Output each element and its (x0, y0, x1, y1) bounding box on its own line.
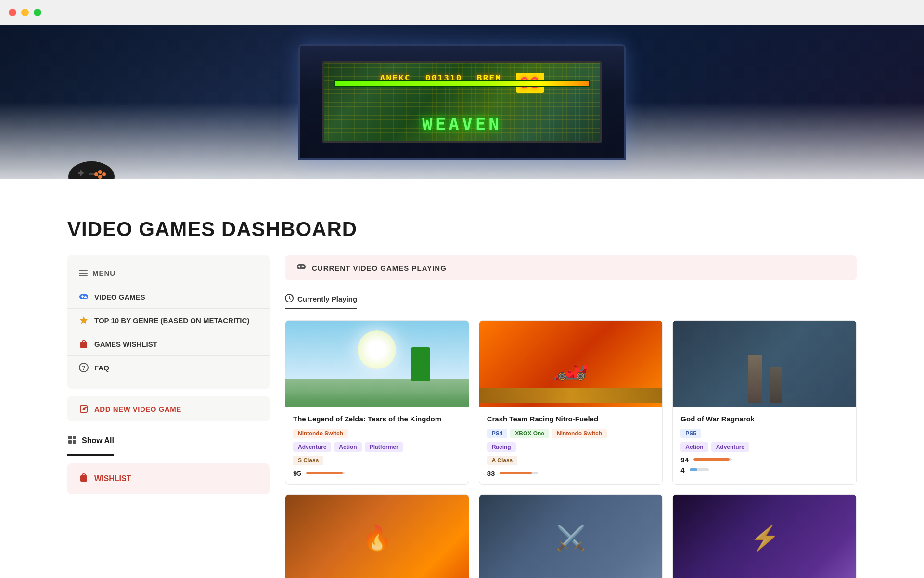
close-button[interactable] (9, 9, 16, 16)
game-title: Crash Team Racing Nitro-Fueled (487, 414, 655, 424)
sidebar-item-faq[interactable]: ? FAQ (67, 356, 270, 379)
sidebar-item-label: FAQ (94, 364, 109, 372)
score-bar (693, 458, 732, 461)
game-info-gow: God of War Ragnarok PS5 Action Adventure… (673, 407, 856, 481)
wishlist-box[interactable]: WISHLIST (67, 463, 270, 494)
tag-action: Action (680, 442, 708, 452)
game-thumbnail-ctr: 🏎️ (479, 321, 663, 407)
score-bar (500, 472, 538, 474)
svg-point-17 (86, 297, 87, 298)
add-game-box[interactable]: ADD NEW VIDEO GAME (67, 396, 270, 421)
hero-banner: ANEKC 001310 BREM 88 WEAVEN (0, 25, 924, 179)
menu-box: MENU (67, 255, 270, 389)
svg-rect-29 (297, 264, 306, 269)
health-bar (334, 80, 590, 87)
svg-rect-31 (299, 266, 300, 268)
star-icon (79, 315, 89, 325)
arcade-screen: ANEKC 001310 BREM 88 WEAVEN (322, 61, 602, 143)
edit-icon (79, 404, 89, 414)
tag-switch: Nintendo Switch (293, 429, 348, 438)
grid-icon (67, 435, 77, 447)
svg-point-7 (98, 175, 102, 179)
platform-tags: Nintendo Switch (293, 429, 461, 438)
game-thumbnail-gow (673, 321, 856, 407)
svg-rect-19 (80, 342, 87, 348)
score-row: 94 (680, 456, 848, 464)
game-title: The Legend of Zelda: Tears of the Kingdo… (293, 414, 461, 424)
game-thumbnail-5: ⚔️ (479, 495, 663, 578)
genre-tags: Adventure Action Platformer (293, 442, 461, 452)
sidebar-item-top10[interactable]: TOP 10 BY GENRE (BASED ON METACRITIC) (67, 309, 270, 332)
wishlist-icon (79, 473, 89, 485)
tag-ps5: PS5 (680, 429, 701, 438)
svg-point-6 (94, 172, 98, 176)
svg-rect-26 (68, 440, 72, 444)
game-info-ctr: Crash Team Racing Nitro-Fueled PS4 XBOX … (479, 407, 663, 484)
svg-rect-10 (89, 173, 94, 175)
controller-small-icon (296, 263, 306, 273)
svg-point-4 (98, 170, 102, 174)
bag-icon (79, 339, 89, 349)
game-card-zelda[interactable]: The Legend of Zelda: Tears of the Kingdo… (285, 320, 469, 485)
game-card-gow[interactable]: God of War Ragnarok PS5 Action Adventure… (672, 320, 857, 485)
game-card-6[interactable]: ⚡ (672, 494, 857, 578)
svg-rect-13 (82, 295, 83, 298)
tag-adventure: Adventure (293, 442, 331, 452)
svg-text:?: ? (82, 365, 85, 371)
content-panel: CURRENT VIDEO GAMES PLAYING Currently Pl… (285, 255, 857, 578)
page-title: VIDEO GAMES DASHBOARD (67, 218, 857, 241)
clock-icon (285, 294, 294, 304)
game-card-5[interactable]: ⚔️ (479, 494, 663, 578)
wishlist-label: WISHLIST (94, 474, 131, 483)
platform-tags: PS4 XBOX One Nintendo Switch (487, 429, 655, 438)
hamburger-icon (79, 270, 88, 276)
tag-platformer: Platformer (365, 442, 403, 452)
tag-adventure: Adventure (711, 442, 749, 452)
gamepad-icon (79, 292, 89, 302)
score-fill (693, 458, 730, 461)
main-layout: MENU (67, 255, 857, 578)
svg-rect-24 (68, 436, 72, 439)
show-all-button[interactable]: Show All (67, 429, 114, 456)
game-card-4[interactable]: 🔥 (285, 494, 469, 578)
svg-marker-18 (80, 316, 88, 324)
sidebar-item-label: GAMES WISHLIST (94, 340, 157, 348)
game-info-zelda: The Legend of Zelda: Tears of the Kingdo… (285, 407, 469, 484)
score-row: 83 (487, 469, 655, 477)
svg-point-35 (303, 266, 304, 267)
class-tag: S Class (293, 456, 461, 465)
add-game-label: ADD NEW VIDEO GAME (94, 405, 181, 413)
maximize-button[interactable] (34, 9, 41, 16)
tab-bar: Currently Playing (285, 290, 857, 311)
score-fill (306, 472, 343, 474)
tag-action: Action (334, 442, 361, 452)
score-value: 94 (680, 456, 689, 464)
question-icon: ? (79, 363, 89, 372)
screen-content: ANEKC 001310 BREM 88 WEAVEN (324, 63, 600, 141)
minimize-button[interactable] (21, 9, 29, 16)
current-games-title: CURRENT VIDEO GAMES PLAYING (312, 264, 447, 272)
titlebar (0, 0, 924, 25)
svg-point-1 (69, 161, 114, 179)
tab-label: Currently Playing (297, 295, 357, 303)
svg-rect-3 (80, 170, 82, 176)
sidebar-item-label: VIDEO GAMES (94, 293, 145, 301)
sidebar-item-wishlist[interactable]: GAMES WISHLIST (67, 332, 270, 356)
currently-playing-tab[interactable]: Currently Playing (285, 290, 357, 309)
count-bar (690, 468, 709, 471)
game-card-ctr[interactable]: 🏎️ Crash Team Racing Nitro-Fueled PS4 XB… (479, 320, 663, 485)
svg-rect-27 (73, 440, 76, 444)
sidebar: MENU (67, 255, 270, 494)
screen-game-text: WEAVEN (422, 114, 502, 134)
tag-switch: Nintendo Switch (552, 429, 607, 438)
show-all-label: Show All (82, 436, 114, 445)
sidebar-item-video-games[interactable]: VIDEO GAMES (67, 285, 270, 309)
tag-class: S Class (293, 456, 323, 465)
tag-xbox: XBOX One (510, 429, 549, 438)
count-value: 4 (680, 466, 684, 474)
game-thumbnail-4: 🔥 (285, 495, 469, 578)
platform-tags: PS5 (680, 429, 848, 438)
menu-header: MENU (67, 265, 270, 285)
current-games-header: CURRENT VIDEO GAMES PLAYING (285, 255, 857, 280)
game-thumbnail-zelda (285, 321, 469, 407)
